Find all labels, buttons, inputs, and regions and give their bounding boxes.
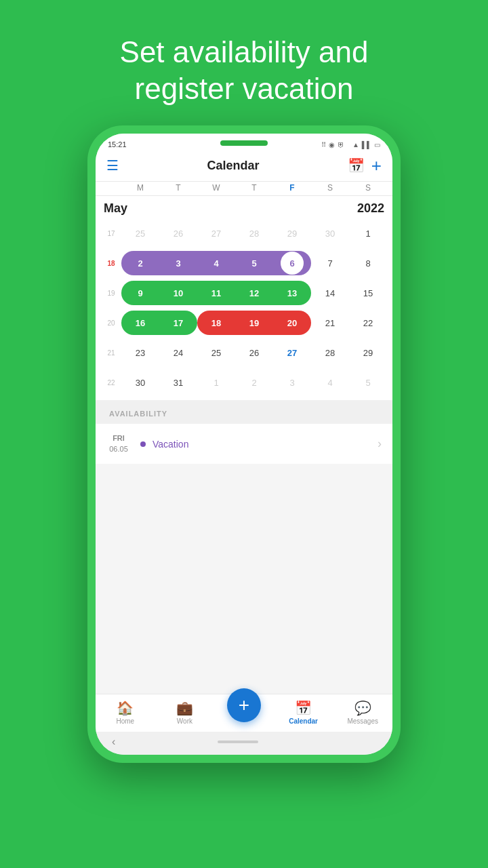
day-T1: T [159,183,197,193]
back-button[interactable]: ‹ [112,736,115,748]
cell-26b[interactable]: 26 [235,338,273,368]
day-W: W [197,183,235,193]
cell-8[interactable]: 8 [349,248,387,278]
avail-dot [140,441,146,447]
cell-4-next[interactable]: 4 [311,368,349,397]
cell-3-next[interactable]: 3 [273,368,311,397]
nav-calendar[interactable]: 📅 Calendar [285,700,322,725]
time: 15:21 [108,140,127,149]
cell-1-next[interactable]: 1 [197,368,235,397]
calendar-icon-button[interactable]: 📅 [348,157,365,174]
shield-icon: ⛨ [338,141,344,149]
week-22-days: 30 31 1 2 3 4 5 [121,368,387,397]
cell-27b[interactable]: 27 [273,338,311,368]
calendar-body: May 2022 17 25 26 27 28 29 30 1 18 [96,196,392,400]
cell-15[interactable]: 15 [349,278,387,308]
cell-4[interactable]: 4 [197,251,235,275]
week-num-22: 22 [101,368,121,397]
messages-label: Messages [347,717,378,725]
cell-1-may[interactable]: 1 [349,218,387,248]
signal-icon: ▌▌ [362,141,371,149]
cell-23[interactable]: 23 [121,338,159,368]
cell-22[interactable]: 22 [349,308,387,338]
cell-12[interactable]: 12 [235,281,273,305]
cell-2[interactable]: 2 [121,251,159,275]
hero-text: Set availability and register vacation [93,34,396,106]
week-17-days: 25 26 27 28 29 30 1 [121,218,387,248]
cell-30[interactable]: 30 [121,368,159,397]
cell-16[interactable]: 16 [121,311,159,335]
battery-icon: ▭ [374,141,380,149]
month-label: May [104,201,127,216]
cell-29[interactable]: 29 [273,218,311,248]
cell-5-next[interactable]: 5 [349,368,387,397]
avail-text: Vacation [152,439,378,450]
calendar-nav-icon: 📅 [295,700,312,716]
cell-18[interactable]: 18 [197,311,235,335]
week-19-days: 9 10 11 12 13 14 15 [121,278,387,308]
week-18: 18 2 3 4 5 6 7 8 [101,248,387,278]
cell-26[interactable]: 26 [159,218,197,248]
fab-button[interactable]: + [227,688,261,722]
app-bar-actions: 📅 + [348,157,382,174]
cell-28b[interactable]: 28 [311,338,349,368]
app-bar: ☰ Calendar 📅 + [96,151,392,182]
day-S1: S [311,183,349,193]
cell-28[interactable]: 28 [235,218,273,248]
week-21-days: 23 24 25 26 27 28 29 [121,338,387,368]
cell-10[interactable]: 10 [159,281,197,305]
week-22: 22 30 31 1 2 3 4 5 [101,368,387,397]
nav-messages[interactable]: 💬 Messages [344,700,382,725]
cell-29b[interactable]: 29 [349,338,387,368]
cell-24[interactable]: 24 [159,338,197,368]
cell-6[interactable]: 6 [273,251,311,275]
cell-7[interactable]: 7 [311,248,349,278]
cell-9[interactable]: 9 [121,281,159,305]
cell-30[interactable]: 30 [311,218,349,248]
cell-17[interactable]: 17 [159,311,197,335]
week-21: 21 23 24 25 26 27 28 29 [101,338,387,368]
nav-work[interactable]: 💼 Work [166,700,203,725]
circle-icon: ◉ [329,141,335,149]
wifi-icon: ▲ [352,141,359,149]
day-T2: T [235,183,273,193]
week-num-21: 21 [101,338,121,368]
cell-14[interactable]: 14 [311,278,349,308]
week-20-days: 16 17 18 19 20 21 22 [121,308,387,338]
hero-line2: register vacation [135,72,354,105]
cell-27[interactable]: 27 [197,218,235,248]
availability-label: AVAILABILITY [109,410,167,418]
home-bar [218,741,258,743]
nav-home[interactable]: 🏠 Home [106,700,144,725]
day-headers: M T W T F S S [96,182,392,196]
cell-21[interactable]: 21 [311,308,349,338]
week-num-20: 20 [101,308,121,338]
messages-icon: 💬 [354,700,371,716]
cell-25b[interactable]: 25 [197,338,235,368]
calendar-label: Calendar [289,717,318,725]
menu-button[interactable]: ☰ [106,157,119,174]
cell-11[interactable]: 11 [197,281,235,305]
availability-row[interactable]: FRI 06.05 Vacation › [96,423,392,464]
system-bar: ‹ [96,732,392,755]
phone-frame: 15:21 ⠿ ◉ ⛨ ▲ ▌▌ ▭ ☰ Calendar 📅 + M T [87,125,401,763]
work-label: Work [177,717,192,725]
cell-3[interactable]: 3 [159,251,197,275]
day-S2: S [349,183,387,193]
cell-31[interactable]: 31 [159,368,197,397]
day-M: M [121,183,159,193]
add-button[interactable]: + [371,157,382,174]
cell-20[interactable]: 20 [273,311,311,335]
home-icon: 🏠 [117,700,134,716]
phone-screen: 15:21 ⠿ ◉ ⛨ ▲ ▌▌ ▭ ☰ Calendar 📅 + M T [96,134,392,755]
cell-25[interactable]: 25 [121,218,159,248]
avail-chevron-icon: › [378,437,382,451]
availability-section: AVAILABILITY [96,400,392,423]
cell-13[interactable]: 13 [273,281,311,305]
cell-19[interactable]: 19 [235,311,273,335]
week-num-18: 18 [101,248,121,278]
week-20: 20 16 17 18 19 20 21 22 [101,308,387,338]
cell-2-next[interactable]: 2 [235,368,273,397]
cell-5[interactable]: 5 [235,251,273,275]
hero-line1: Set availability and [120,35,369,68]
